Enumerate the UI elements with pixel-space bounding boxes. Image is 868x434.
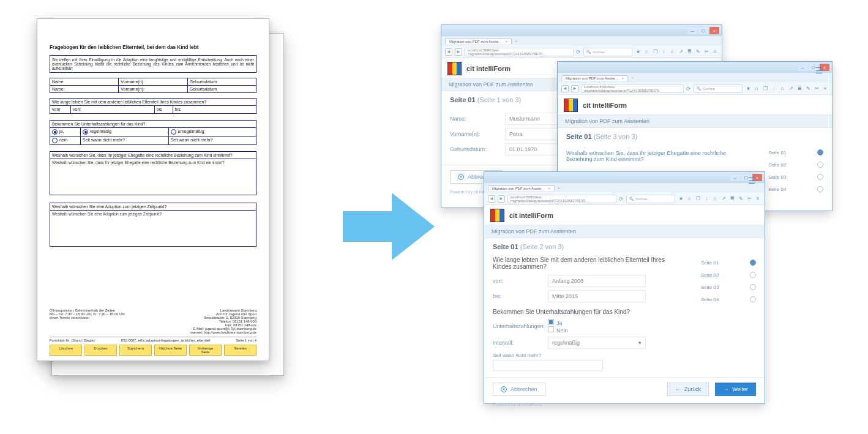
- minimize-icon[interactable]: –: [798, 64, 807, 71]
- bookmark-icon[interactable]: ❐: [695, 196, 701, 201]
- back-button[interactable]: ←Zurück: [667, 383, 709, 396]
- edit-icon[interactable]: ✎: [805, 86, 811, 91]
- lbl-geb: Geburtsdatum:: [450, 146, 505, 152]
- chart-icon[interactable]: ≣: [796, 86, 803, 91]
- chart-icon[interactable]: ≣: [729, 196, 735, 201]
- nav-item[interactable]: Seite 02: [768, 159, 823, 171]
- star-icon[interactable]: ★: [678, 196, 684, 201]
- pdf-q-pay: Bekommen Sie Unterhaltszahlungen für das…: [50, 120, 256, 145]
- nav-back-icon[interactable]: ◄: [561, 85, 569, 92]
- q-duration-hdr: Wie lange lebten Sie mit dem anderen lei…: [50, 99, 256, 106]
- star-icon[interactable]: ★: [635, 49, 641, 54]
- nav-item[interactable]: Seite 01: [768, 146, 823, 159]
- new-tab-icon[interactable]: ＋: [514, 39, 518, 44]
- home-icon[interactable]: ⌂: [686, 196, 692, 201]
- download-icon[interactable]: ↓: [703, 196, 709, 201]
- next-button[interactable]: →Weiter: [715, 383, 756, 396]
- home2-icon[interactable]: ⌂: [712, 196, 718, 201]
- home2-icon[interactable]: ⌂: [779, 86, 785, 91]
- browser-tab[interactable]: Migration von PDF zum Assite...×: [488, 185, 555, 191]
- hamburger-icon[interactable]: ☰: [815, 65, 823, 75]
- tab-close-icon[interactable]: ×: [505, 40, 507, 43]
- search-field[interactable]: 🔍 Suchen: [583, 48, 632, 56]
- home-icon[interactable]: ⌂: [643, 49, 649, 54]
- radio-nein[interactable]: Nein: [548, 326, 568, 334]
- nav-item[interactable]: Seite 04: [701, 293, 756, 305]
- pdf-btn-senden[interactable]: Senden: [224, 345, 256, 356]
- arrow-icon-tb[interactable]: ↗: [788, 86, 794, 91]
- home2-icon[interactable]: ⌂: [669, 49, 675, 54]
- cut-icon[interactable]: ✂: [814, 86, 820, 91]
- cut-icon[interactable]: ✂: [703, 49, 709, 54]
- edit-icon[interactable]: ✎: [738, 196, 744, 201]
- pdf-btn-speichern[interactable]: Speichern: [119, 345, 152, 356]
- lbl-pay: Unterhaltszahlungen:: [493, 323, 548, 329]
- menu-icon[interactable]: ≡: [755, 196, 761, 201]
- opt-ja: ja,: [50, 128, 81, 136]
- reload-icon[interactable]: ⟳: [576, 49, 581, 55]
- new-tab-icon[interactable]: ＋: [630, 75, 634, 81]
- arrow-icon-tb[interactable]: ↗: [678, 49, 684, 54]
- page-title: Seite 01 (Seite 2 von 3) ☰: [484, 238, 765, 254]
- url-field[interactable]: localhost:8080/test-migration/dialog/ass…: [465, 48, 574, 56]
- cancel-button[interactable]: ✕Abbrechen: [493, 383, 545, 396]
- footer-right: Landratsamt Starnberg Amt für Jugend und…: [190, 309, 256, 334]
- tab-close-icon[interactable]: ×: [548, 187, 550, 190]
- minimize-icon[interactable]: –: [730, 174, 740, 181]
- reload-icon[interactable]: ⟳: [686, 86, 691, 92]
- lbl-vorname: Vorname(n):: [450, 131, 505, 137]
- why2-hdr: Weshalb wünschen Sie eine Adoption zum j…: [50, 203, 256, 211]
- lbl-von: von:: [71, 106, 155, 113]
- close-icon[interactable]: ×: [709, 27, 719, 34]
- tab-close-icon[interactable]: ×: [621, 77, 624, 80]
- url-field[interactable]: localhost:8080/test-migration/dialog/ass…: [581, 84, 684, 93]
- minimize-icon[interactable]: –: [687, 27, 697, 34]
- select-interval[interactable]: regelmäßig▾: [548, 337, 646, 349]
- cancel-icon: ✕: [458, 174, 464, 180]
- nav-fwd-icon[interactable]: ►: [455, 48, 462, 56]
- download-icon[interactable]: ↓: [771, 86, 777, 91]
- nav-item[interactable]: Seite 03: [701, 281, 756, 293]
- menu-icon[interactable]: ≡: [712, 49, 718, 54]
- search-field[interactable]: 🔍 Suchen: [626, 195, 675, 203]
- nav-fwd-icon[interactable]: ►: [498, 195, 505, 203]
- search-field[interactable]: 🔍 Suchen: [694, 84, 743, 93]
- nav-fwd-icon[interactable]: ►: [571, 85, 578, 92]
- home-icon[interactable]: ⌂: [754, 86, 760, 91]
- tab-row: Migration von PDF zum Assite...× ＋: [441, 36, 722, 46]
- q-pay-hdr: Bekommen Sie Unterhaltszahlungen für das…: [50, 121, 256, 128]
- download-icon[interactable]: ↓: [660, 49, 667, 54]
- edit-icon[interactable]: ✎: [695, 49, 701, 54]
- maximize-icon[interactable]: □: [698, 27, 708, 34]
- bookmark-icon[interactable]: ❐: [762, 86, 768, 91]
- new-tab-icon[interactable]: ＋: [557, 185, 561, 191]
- menu-icon[interactable]: ≡: [822, 86, 828, 91]
- browser-tab[interactable]: Migration von PDF zum Assite...×: [445, 39, 512, 44]
- reload-icon[interactable]: ⟳: [619, 196, 624, 202]
- input-von[interactable]: Anfang 2008: [548, 275, 646, 287]
- nav-dot-icon: [817, 162, 823, 168]
- nav-back-icon[interactable]: ◄: [488, 195, 495, 203]
- radio-ja[interactable]: Ja: [548, 319, 568, 326]
- cut-icon[interactable]: ✂: [746, 196, 752, 201]
- pdf-btn-next[interactable]: Nächste Seite: [154, 345, 187, 356]
- nav-back-icon[interactable]: ◄: [445, 48, 452, 56]
- pdf-btn-loeschen[interactable]: Löschen: [50, 345, 82, 356]
- arrow-icon-tb[interactable]: ↗: [720, 196, 727, 201]
- nav-item[interactable]: Seite 01: [701, 256, 756, 269]
- nav-item[interactable]: Seite 03: [768, 171, 823, 183]
- chart-icon[interactable]: ≣: [686, 49, 692, 54]
- url-field[interactable]: localhost:8080/test-migration/dialog/ass…: [507, 195, 616, 203]
- th-vorname: Vorname(n): [119, 78, 187, 85]
- bookmark-icon[interactable]: ❐: [652, 49, 658, 54]
- pdf-btn-drucken[interactable]: Drucken: [84, 345, 117, 356]
- hamburger-icon[interactable]: ☰: [748, 176, 756, 185]
- browser-tab[interactable]: Migration von PDF zum Assite...×: [561, 75, 628, 81]
- input-seit[interactable]: [493, 360, 603, 371]
- pdf-btn-prev[interactable]: Vorherige Seite: [189, 345, 222, 356]
- nav-item[interactable]: Seite 02: [701, 269, 756, 281]
- star-icon[interactable]: ★: [745, 86, 751, 91]
- logo-icon: [447, 62, 462, 75]
- input-bis[interactable]: Mitte 2015: [548, 290, 646, 302]
- nav-item[interactable]: Seite 04: [768, 183, 823, 195]
